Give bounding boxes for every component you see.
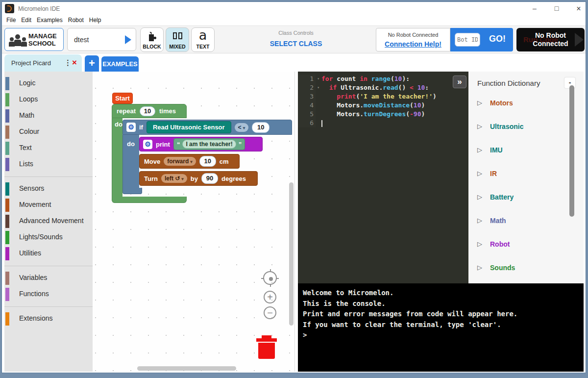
select-class-button[interactable]: SELECT CLASS bbox=[257, 40, 335, 48]
times-label: times bbox=[159, 107, 176, 115]
function-dictionary-item-ir[interactable]: ▷IR bbox=[468, 164, 584, 187]
function-group-label: Sounds bbox=[490, 264, 515, 272]
expand-triangle-icon[interactable]: ▷ bbox=[477, 146, 482, 153]
start-block[interactable]: Start bbox=[112, 93, 133, 104]
view-mode-text-button[interactable]: a TEXT bbox=[191, 27, 215, 52]
tab-close-icon[interactable]: × bbox=[72, 58, 77, 68]
blockly-workspace[interactable]: Start repeat 10 times do ⚙ if Read Ultra… bbox=[93, 72, 295, 372]
read-ultrasonic-sensor-block[interactable]: Read Ultrasonic Sensor bbox=[147, 121, 231, 133]
expand-triangle-icon[interactable]: ▷ bbox=[477, 123, 482, 130]
project-name-field[interactable]: dtest bbox=[67, 28, 136, 51]
sidebar-item-logic[interactable]: Logic bbox=[4, 76, 93, 92]
turn-block[interactable]: Turn left ↺▾ by 90 degrees bbox=[139, 171, 258, 186]
examples-button[interactable]: EXAMPLES bbox=[101, 56, 139, 72]
expand-triangle-icon[interactable]: ▷ bbox=[477, 240, 482, 248]
window-minimize-button[interactable]: – bbox=[527, 4, 542, 13]
editor-line[interactable]: 4 Motors.moveDistance(10) bbox=[298, 101, 468, 110]
bot-id-input[interactable] bbox=[455, 33, 480, 47]
fold-marker-icon[interactable]: ▾ bbox=[317, 75, 319, 83]
expand-triangle-icon[interactable]: ▷ bbox=[477, 99, 482, 106]
function-dictionary-item-sounds[interactable]: ▷Sounds bbox=[468, 258, 584, 281]
expand-triangle-icon[interactable]: ▷ bbox=[477, 264, 482, 271]
direction-dropdown[interactable]: forward▾ bbox=[164, 157, 196, 166]
function-dictionary-item-robot[interactable]: ▷Robot bbox=[468, 234, 584, 258]
function-group-label: Battery bbox=[490, 193, 514, 201]
manage-school-button[interactable]: MANAGE SCHOOL bbox=[4, 28, 64, 51]
menu-item-examples[interactable]: Examples bbox=[37, 17, 63, 24]
sidebar-item-variables[interactable]: Variables bbox=[4, 270, 93, 286]
string-block[interactable]: “ I am the teacher! ” bbox=[173, 138, 245, 150]
turn-direction-dropdown[interactable]: left ↺▾ bbox=[161, 174, 187, 183]
window-maximize-button[interactable]: □ bbox=[549, 4, 564, 13]
console-terminal[interactable]: Welcome to Micromelon.This is the consol… bbox=[298, 283, 584, 372]
function-dictionary-item-imu[interactable]: ▷IMU bbox=[468, 140, 584, 164]
comparator-dropdown[interactable]: <▾ bbox=[235, 123, 249, 132]
repeat-count-field[interactable]: 10 bbox=[140, 106, 155, 116]
function-dictionary-item-motors[interactable]: ▷Motors bbox=[468, 93, 584, 117]
editor-line[interactable]: 1▾for count in range(10): bbox=[298, 75, 468, 83]
if-block[interactable]: ⚙ if Read Ultrasonic Sensor <▾ 10 bbox=[122, 120, 292, 135]
function-dictionary-scrollbar[interactable] bbox=[569, 85, 574, 217]
degrees-field[interactable]: 90 bbox=[201, 173, 218, 184]
gear-icon[interactable]: ⚙ bbox=[143, 140, 152, 149]
app-window: Micromelon IDE – □ × FileEditExamplesRob… bbox=[1, 1, 586, 373]
editor-line[interactable]: 2▾ if Ultrasonic.read() < 10: bbox=[298, 83, 468, 92]
gear-icon[interactable]: ⚙ bbox=[126, 123, 136, 132]
expand-triangle-icon[interactable]: ▷ bbox=[477, 217, 482, 224]
sidebar-item-functions[interactable]: Functions bbox=[4, 286, 93, 302]
go-button[interactable]: GO! bbox=[484, 34, 511, 44]
sidebar-item-advanced-movement[interactable]: Advanced Movement bbox=[4, 213, 93, 229]
code-editor[interactable]: 1▾for count in range(10):2▾ if Ultrasoni… bbox=[298, 72, 468, 283]
sidebar-item-lights-sounds[interactable]: Lights/Sounds bbox=[4, 229, 93, 246]
menu-item-edit[interactable]: Edit bbox=[21, 17, 31, 24]
menu-item-help[interactable]: Help bbox=[89, 17, 101, 24]
trash-icon[interactable] bbox=[256, 334, 277, 359]
editor-line[interactable]: 5 Motors.turnDegrees(-90) bbox=[298, 110, 468, 119]
editor-line[interactable]: 3 print('I am the teacher!') bbox=[298, 92, 468, 101]
sidebar-item-lists[interactable]: Lists bbox=[4, 156, 93, 173]
workspace-horizontal-scrollbar[interactable] bbox=[137, 366, 236, 371]
view-mode-mixed-button[interactable]: MIXED bbox=[166, 27, 189, 52]
zoom-out-button[interactable]: − bbox=[264, 306, 276, 319]
window-close-button[interactable]: × bbox=[571, 4, 586, 13]
run-code-button[interactable]: Run Code No Robot Connected bbox=[516, 28, 585, 51]
editor-line[interactable]: 6 bbox=[298, 119, 468, 127]
play-icon[interactable] bbox=[125, 35, 131, 44]
sidebar-item-colour[interactable]: Colour bbox=[4, 124, 93, 140]
function-dictionary-item-ultrasonic[interactable]: ▷Ultrasonic bbox=[468, 117, 584, 140]
expand-triangle-icon[interactable]: ▷ bbox=[477, 193, 482, 201]
zoom-in-button[interactable]: + bbox=[264, 291, 276, 303]
sidebar-item-utilities[interactable]: Utilities bbox=[4, 246, 93, 262]
threshold-field[interactable]: 10 bbox=[252, 122, 270, 133]
sidebar-item-text[interactable]: Text bbox=[4, 140, 93, 156]
sidebar-item-math[interactable]: Math bbox=[4, 108, 93, 124]
view-mode-block-button[interactable]: BLOCK bbox=[140, 27, 164, 52]
fold-marker-icon[interactable]: ▾ bbox=[317, 83, 319, 92]
string-text-field[interactable]: I am the teacher! bbox=[182, 140, 236, 149]
function-dictionary-item-math[interactable]: ▷Math bbox=[468, 211, 584, 234]
sidebar-group: VariablesFunctions bbox=[4, 266, 93, 306]
move-block[interactable]: Move forward▾ 10 cm bbox=[139, 154, 240, 169]
menu-item-robot[interactable]: Robot bbox=[68, 17, 84, 24]
function-dictionary-item-battery[interactable]: ▷Battery bbox=[468, 187, 584, 211]
add-tab-button[interactable]: + bbox=[85, 55, 99, 72]
repeat-block-foot bbox=[112, 197, 187, 203]
menu-item-file[interactable]: File bbox=[6, 17, 16, 24]
workspace-vertical-scrollbar[interactable] bbox=[289, 182, 294, 326]
print-block[interactable]: ⚙ print “ I am the teacher! ” bbox=[139, 137, 263, 151]
sidebar-item-label: Sensors bbox=[19, 184, 44, 192]
tab-menu-icon[interactable]: ⋮ bbox=[64, 58, 72, 67]
sidebar-item-movement[interactable]: Movement bbox=[4, 197, 93, 213]
category-color-bar bbox=[5, 312, 9, 326]
sidebar-item-sensors[interactable]: Sensors bbox=[4, 181, 93, 197]
distance-field[interactable]: 10 bbox=[199, 156, 216, 167]
sidebar-group: SensorsMovementAdvanced MovementLights/S… bbox=[4, 177, 93, 266]
collapse-panel-button[interactable]: » bbox=[453, 76, 466, 88]
tab-project-picard[interactable]: Project Picard ⋮ × bbox=[4, 54, 82, 72]
expand-triangle-icon[interactable]: ▷ bbox=[477, 170, 482, 177]
sidebar-item-loops[interactable]: Loops bbox=[4, 92, 93, 108]
sidebar-item-extensions[interactable]: Extensions bbox=[4, 311, 93, 327]
connection-help-link[interactable]: Connection Help! bbox=[376, 40, 450, 48]
repeat-block[interactable]: repeat 10 times bbox=[112, 104, 187, 118]
zoom-reset-button[interactable] bbox=[263, 271, 277, 285]
